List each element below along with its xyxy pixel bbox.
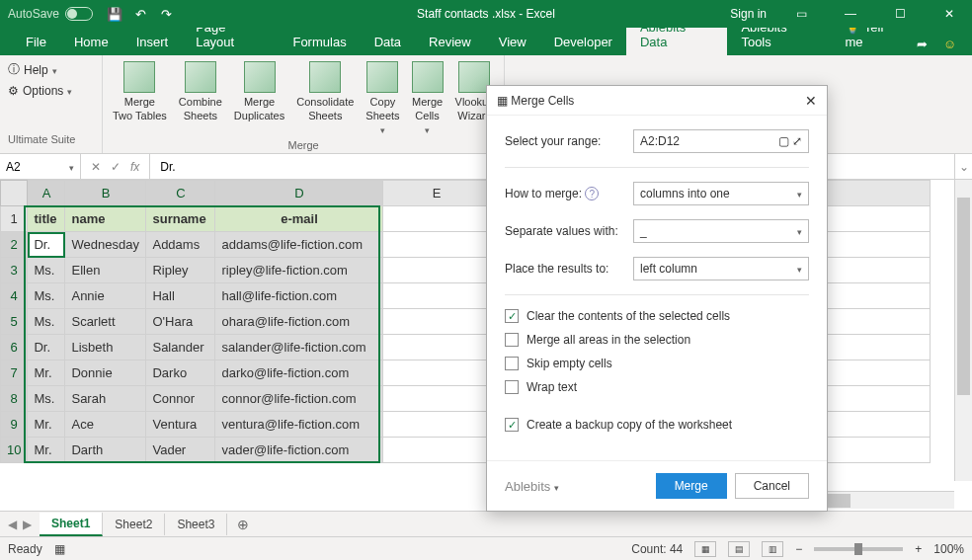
view-layout-icon[interactable]: ▤	[728, 541, 750, 557]
cell[interactable]: Ms.	[28, 309, 65, 335]
row-header-1[interactable]: 1	[1, 206, 28, 232]
check-wrap-text[interactable]: Wrap text	[505, 380, 809, 394]
cell[interactable]	[383, 438, 490, 463]
sheet-tab-2[interactable]: Sheet2	[103, 514, 165, 535]
cell[interactable]: Wednesday	[65, 232, 146, 258]
cell[interactable]: Connor	[146, 386, 215, 412]
cell[interactable]	[383, 360, 490, 386]
consolidate-sheets-button[interactable]: Consolidate Sheets	[292, 59, 358, 138]
cell[interactable]: ripley@life-fiction.com	[215, 258, 383, 283]
brand-link[interactable]: Ablebits	[505, 479, 559, 494]
cell[interactable]: Mr.	[28, 438, 65, 463]
check-clear-contents[interactable]: ✓Clear the contents of the selected cell…	[505, 309, 809, 323]
cell[interactable]	[383, 412, 490, 438]
row-header[interactable]: 5	[1, 309, 28, 335]
zoom-slider[interactable]	[814, 547, 903, 551]
share-icon[interactable]: ➦	[917, 37, 928, 51]
cell[interactable]: salander@life-fiction.com	[215, 335, 383, 360]
fx-icon[interactable]: fx	[130, 160, 139, 174]
cell[interactable]	[383, 232, 490, 258]
cell[interactable]: Sarah	[65, 386, 146, 412]
tab-home[interactable]: Home	[60, 29, 122, 55]
cell[interactable]: O'Hara	[146, 309, 215, 335]
close-icon[interactable]: ✕	[805, 93, 817, 109]
cell[interactable]: Vader	[146, 438, 215, 463]
sheet-tab-3[interactable]: Sheet3	[165, 514, 227, 535]
cell[interactable]: title	[28, 206, 65, 232]
row-header[interactable]: 7	[1, 360, 28, 386]
help-icon[interactable]: ?	[585, 187, 599, 200]
cell[interactable]: Mr.	[28, 360, 65, 386]
copy-sheets-button[interactable]: Copy Sheets	[362, 59, 403, 138]
toggle-off-icon[interactable]	[65, 7, 93, 21]
cell[interactable]: Darko	[146, 360, 215, 386]
row-header[interactable]: 4	[1, 283, 28, 309]
cell[interactable]: Ripley	[146, 258, 215, 283]
sheet-next-icon[interactable]: ▶	[23, 518, 32, 531]
view-break-icon[interactable]: ▥	[762, 541, 783, 557]
tab-developer[interactable]: Developer	[540, 29, 626, 55]
check-merge-all[interactable]: Merge all areas in the selection	[505, 333, 809, 347]
view-normal-icon[interactable]: ▦	[694, 541, 716, 557]
cell[interactable]: addams@life-fiction.com	[215, 232, 383, 258]
col-header-a[interactable]: A	[28, 181, 65, 206]
row-header[interactable]: 3	[1, 258, 28, 283]
row-header[interactable]: 10	[1, 438, 28, 463]
tab-insert[interactable]: Insert	[122, 29, 183, 55]
cell[interactable]	[383, 386, 490, 412]
separator-select[interactable]: _	[633, 219, 809, 243]
tab-file[interactable]: File	[12, 29, 60, 55]
cell[interactable]: Ventura	[146, 412, 215, 438]
sheet-tab-1[interactable]: Sheet1	[40, 513, 103, 536]
add-sheet-button[interactable]: ⊕	[227, 517, 259, 532]
cell[interactable]: Ms.	[28, 258, 65, 283]
help-button[interactable]: ⓘ Help	[8, 61, 94, 78]
merge-two-tables-button[interactable]: Merge Two Tables	[109, 59, 171, 138]
cell[interactable]: Lisbeth	[65, 335, 146, 360]
cell[interactable]: e-mail	[215, 206, 383, 232]
cell[interactable]: Donnie	[65, 360, 146, 386]
cell[interactable]: surname	[146, 206, 215, 232]
check-skip-empty[interactable]: Skip empty cells	[505, 357, 809, 370]
cell[interactable]: hall@life-fiction.com	[215, 283, 383, 309]
row-header[interactable]: 8	[1, 386, 28, 412]
cell[interactable]: ventura@life-fiction.com	[215, 412, 383, 438]
merge-cells-button[interactable]: Merge Cells	[408, 59, 447, 138]
tab-review[interactable]: Review	[415, 29, 485, 55]
cell[interactable]	[383, 283, 490, 309]
ribbon-display-icon[interactable]: ▭	[786, 4, 816, 24]
cell[interactable]: Ellen	[65, 258, 146, 283]
merge-duplicates-button[interactable]: Merge Duplicates	[230, 59, 288, 138]
cell[interactable]: Addams	[146, 232, 215, 258]
cancel-formula-icon[interactable]: ✕	[91, 160, 101, 174]
col-header-b[interactable]: B	[65, 181, 146, 206]
cell[interactable]: Annie	[65, 283, 146, 309]
options-button[interactable]: ⚙ Options	[8, 84, 94, 98]
place-select[interactable]: left column	[633, 257, 809, 280]
smiley-icon[interactable]: ☺	[943, 37, 956, 51]
tab-view[interactable]: View	[485, 29, 540, 55]
combine-sheets-button[interactable]: Combine Sheets	[175, 59, 226, 138]
col-header-e[interactable]: E	[383, 181, 490, 206]
undo-icon[interactable]: ↶	[132, 6, 148, 22]
cell[interactable]: Salander	[146, 335, 215, 360]
select-all-corner[interactable]	[1, 181, 28, 206]
cell[interactable]: Dr.	[28, 335, 65, 360]
cancel-button[interactable]: Cancel	[735, 473, 809, 499]
cell[interactable]: Ms.	[28, 283, 65, 309]
minimize-icon[interactable]: —	[836, 4, 865, 24]
range-input[interactable]: A2:D12 ▢ ⤢	[633, 129, 809, 153]
name-box[interactable]: A2	[0, 154, 81, 179]
maximize-icon[interactable]: ☐	[885, 4, 915, 24]
row-header[interactable]: 6	[1, 335, 28, 360]
col-header-d[interactable]: D	[215, 181, 383, 206]
save-icon[interactable]: 💾	[107, 6, 122, 22]
cell[interactable]: Dr.	[28, 232, 65, 258]
cell[interactable]: Ms.	[28, 386, 65, 412]
zoom-out-icon[interactable]: −	[795, 542, 802, 556]
cell[interactable]	[383, 206, 490, 232]
select-range-icon[interactable]: ▢	[778, 134, 789, 148]
sheet-prev-icon[interactable]: ◀	[8, 518, 17, 531]
col-header-c[interactable]: C	[146, 181, 215, 206]
cell[interactable]	[383, 335, 490, 360]
